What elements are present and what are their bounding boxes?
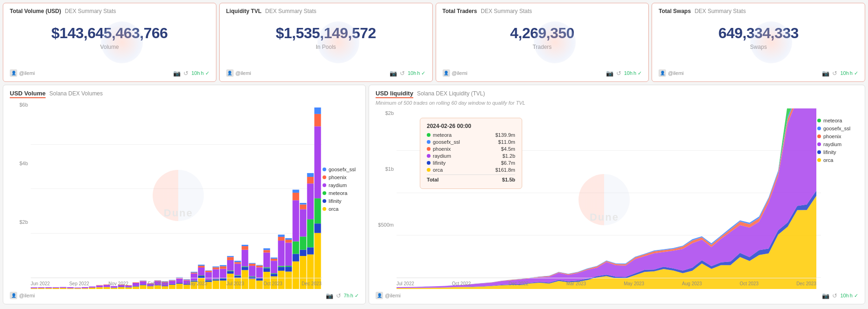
- bottom-row: USD Volume Solana DEX Volumes $6b $4b $2…: [0, 85, 868, 307]
- svg-rect-142: [271, 261, 277, 273]
- author-swaps: 👤 @ilemi: [659, 69, 684, 77]
- svg-rect-140: [271, 274, 277, 276]
- camera-icon-area[interactable]: 📷: [822, 292, 829, 299]
- bar-legend: goosefx_ssl phoenix raydium meteora: [323, 100, 359, 278]
- footer-actions-area[interactable]: 📷 ↺ 10hh ✓: [822, 292, 858, 299]
- tooltip-val-orca: $161.8m: [495, 167, 515, 173]
- svg-rect-104: [227, 271, 234, 274]
- camera-icon-volume[interactable]: 📷: [173, 70, 181, 77]
- card-title-swaps: Total Swaps: [659, 8, 691, 14]
- author-bar: 👤 @ilemi: [10, 292, 35, 299]
- card-header-volume: Total Volume (USD) DEX Summary Stats: [10, 8, 209, 14]
- bar-chart-area: $6b $4b $2b Dune: [10, 100, 359, 289]
- tooltip-row-total: Total $1.5b: [427, 175, 515, 182]
- footer-actions-traders[interactable]: 📷 ↺ 10hh ✓: [606, 70, 642, 77]
- card-footer-volume: 👤 @ilemi 📷 ↺ 10hh ✓: [10, 67, 209, 77]
- footer-actions-swaps[interactable]: 📷 ↺ 10hh ✓: [822, 70, 858, 77]
- tooltip-name-raydium: raydium: [433, 153, 451, 159]
- refresh-icon-swaps[interactable]: ↺: [832, 70, 837, 77]
- top-row: Total Volume (USD) DEX Summary Stats $14…: [0, 0, 868, 85]
- svg-rect-155: [285, 240, 292, 242]
- svg-rect-132: [256, 265, 262, 265]
- area-chart-subtitle: Solana DEX Liquidity (TVL): [417, 90, 485, 97]
- refresh-icon-area[interactable]: ↺: [832, 292, 837, 299]
- legend-lifinity: lifinity: [323, 198, 359, 204]
- tooltip-val-phoenix: $4.5m: [501, 146, 515, 152]
- svg-rect-84: [198, 265, 204, 266]
- area-dot-orca: [817, 158, 821, 162]
- area-x-may23: May 2023: [624, 281, 644, 286]
- svg-rect-144: [271, 257, 277, 258]
- card-footer-swaps: 👤 @ilemi 📷 ↺ 10hh ✓: [659, 67, 858, 77]
- svg-rect-134: [263, 268, 270, 272]
- tvl-sublabel: In Pools: [226, 44, 426, 50]
- camera-icon-tvl[interactable]: 📷: [390, 70, 397, 77]
- footer-actions-bar[interactable]: 📷 ↺ 7hh ✓: [326, 292, 359, 299]
- area-label-phoenix: phoenix: [823, 134, 841, 139]
- svg-rect-170: [307, 247, 314, 254]
- author-name-volume: @ilemi: [19, 70, 35, 76]
- bar-chart-footer: 👤 @ilemi 📷 ↺ 7hh ✓: [10, 289, 359, 299]
- svg-rect-162: [293, 190, 299, 193]
- area-y-500m: $500m: [378, 222, 394, 228]
- footer-actions-volume[interactable]: 📷 ↺ 10hh ✓: [173, 70, 209, 77]
- camera-icon-bar[interactable]: 📷: [326, 292, 333, 299]
- time-badge-area: 10hh ✓: [840, 293, 858, 299]
- tooltip-dot-phoenix: [427, 147, 431, 151]
- svg-rect-130: [256, 267, 262, 277]
- area-x-aug23: Aug 2023: [682, 281, 702, 286]
- card-title-tvl: Liquidity TVL: [226, 8, 262, 14]
- svg-rect-138: [263, 249, 270, 250]
- legend-goosefx: goosefx_ssl: [323, 167, 359, 172]
- svg-rect-149: [278, 237, 284, 241]
- svg-rect-96: [213, 267, 219, 268]
- camera-icon-traders[interactable]: 📷: [606, 70, 613, 77]
- svg-rect-126: [249, 263, 256, 264]
- y-label-4b: $4b: [20, 161, 28, 166]
- legend-dot-lifinity: [323, 199, 326, 203]
- time-badge-swaps: 10hh ✓: [840, 70, 858, 76]
- area-chart-title: USD liquidity: [376, 90, 413, 98]
- svg-rect-78: [191, 272, 197, 273]
- area-legend-meteora: meteora: [817, 118, 858, 123]
- tooltip-name-goosefx: goosefx_ssl: [433, 139, 460, 145]
- tooltip-name-phoenix: phoenix: [433, 146, 451, 152]
- author-name-traders: @ilemi: [452, 70, 468, 76]
- x-label-jun22: Jun 2022: [31, 281, 50, 286]
- author-traders: 👤 @ilemi: [443, 69, 468, 77]
- svg-rect-100: [220, 269, 226, 278]
- tooltip-dot-orca: [427, 168, 431, 172]
- time-badge-volume: 10hh ✓: [191, 70, 209, 76]
- tooltip-val-raydium: $1.2b: [502, 153, 515, 159]
- svg-rect-179: [314, 114, 321, 126]
- svg-rect-150: [278, 235, 284, 237]
- refresh-icon-volume[interactable]: ↺: [183, 70, 188, 77]
- legend-label-phoenix: phoenix: [329, 175, 347, 180]
- card-footer-traders: 👤 @ilemi 📷 ↺ 10hh ✓: [443, 67, 642, 77]
- author-name-swaps: @ilemi: [668, 70, 684, 76]
- author-name-tvl: @ilemi: [236, 70, 251, 76]
- svg-rect-101: [220, 266, 226, 269]
- tooltip-name-orca: orca: [433, 167, 443, 173]
- area-legend-phoenix: phoenix: [817, 134, 858, 139]
- camera-icon-swaps[interactable]: 📷: [822, 70, 829, 77]
- footer-actions-tvl[interactable]: 📷 ↺ 10hh ✓: [390, 70, 426, 77]
- svg-rect-123: [249, 276, 256, 277]
- liquidity-tvl-card: Liquidity TVL DEX Summary Stats $1,535,1…: [219, 3, 433, 82]
- area-chart-card: USD liquidity Solana DEX Liquidity (TVL)…: [369, 85, 865, 304]
- area-x-axis: Jul 2022 Oct 2022 Dec 2022 Mar 2023 May …: [397, 278, 816, 289]
- author-icon-bar: 👤: [10, 292, 17, 299]
- tooltip-row-goosefx: goosefx_ssl $11.0m: [427, 139, 515, 145]
- swaps-sublabel: Swaps: [659, 44, 858, 50]
- svg-rect-156: [285, 238, 292, 240]
- refresh-icon-bar[interactable]: ↺: [336, 292, 341, 299]
- area-legend-goosefx: goosefx_ssl: [817, 126, 858, 131]
- area-chart-note: Minimum of 500 trades on rolling 60 day …: [376, 100, 858, 106]
- refresh-icon-traders[interactable]: ↺: [616, 70, 621, 77]
- refresh-icon-tvl[interactable]: ↺: [400, 70, 405, 77]
- area-dot-lifinity: [817, 150, 821, 154]
- card-footer-tvl: 👤 @ilemi 📷 ↺ 10hh ✓: [226, 67, 426, 77]
- svg-rect-173: [307, 177, 314, 183]
- svg-rect-90: [205, 270, 212, 271]
- area-chart-footer: 👤 @ilemi 📷 ↺ 10hh ✓: [376, 289, 858, 299]
